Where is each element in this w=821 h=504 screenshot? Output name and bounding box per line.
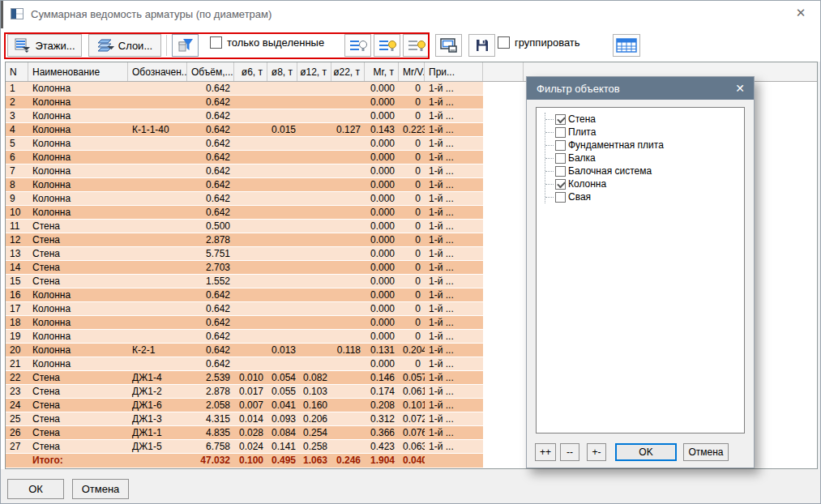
toolbar-separator	[166, 35, 167, 56]
lamp-all-off-button[interactable]	[344, 34, 371, 57]
cell-n: 16	[6, 288, 28, 301]
column-header[interactable]: ø6, т	[234, 62, 267, 81]
cell-volume: 1.552	[187, 275, 234, 288]
filter-item-Плита[interactable]: Плита	[545, 126, 744, 139]
filter-checkbox[interactable]	[555, 140, 566, 151]
cell-d8	[267, 96, 297, 109]
filter-checkbox[interactable]	[555, 114, 566, 125]
cell-d8	[267, 330, 297, 343]
cell-d22	[331, 440, 365, 453]
column-header[interactable]: Объём,...	[187, 62, 234, 81]
cell-blank	[483, 178, 524, 191]
filter-checkbox[interactable]	[555, 127, 566, 138]
filter-item-Стена[interactable]: Стена	[545, 113, 744, 126]
filter-item-label: Балочная система	[568, 165, 652, 177]
cell-name: Колонна	[28, 330, 128, 343]
export-table-button[interactable]	[613, 34, 640, 57]
group-checkbox-row: группировать	[498, 36, 580, 49]
cell-note: 1-й ...	[425, 137, 483, 150]
cell-d6: 0.010	[234, 371, 267, 384]
cell-d22	[331, 412, 365, 425]
cell-note: 1-й ...	[425, 440, 483, 453]
filter-ok-button[interactable]: OK	[615, 443, 677, 461]
column-header[interactable]: N	[6, 62, 28, 81]
column-header[interactable]: ø22, т	[331, 62, 365, 81]
cell-d8	[267, 357, 297, 370]
column-header[interactable]: ø8, т	[267, 62, 297, 81]
cell-mark	[128, 275, 187, 288]
filter-item-Балочная система[interactable]: Балочная система	[545, 164, 744, 177]
column-header[interactable]: Обозначен...	[128, 62, 187, 81]
cell-mr: 0.000	[365, 206, 399, 219]
cell-d22	[331, 233, 365, 246]
cell-name: Колонна	[28, 357, 128, 370]
layers-button[interactable]: Слои...	[88, 34, 161, 57]
cell-volume: 0.642	[187, 206, 234, 219]
column-header[interactable]: Mr/V...	[399, 62, 425, 81]
filter-item-Свая[interactable]: Свая	[545, 190, 744, 203]
cell-mrv: 0	[399, 151, 425, 164]
cell-d12	[297, 344, 331, 357]
invert-check-button[interactable]: +-	[587, 443, 606, 461]
save-icon	[474, 37, 490, 53]
only-selected-checkbox[interactable]	[210, 36, 222, 49]
cell-mrv: 0.101	[399, 399, 425, 412]
cell-blank	[483, 412, 524, 425]
filter-close-icon[interactable]: ✕	[726, 77, 754, 100]
cell-mrv: 0	[399, 357, 425, 370]
cell-d12	[297, 164, 331, 177]
filter-cancel-button[interactable]: Отмена	[683, 443, 729, 461]
cell-n: 11	[6, 220, 28, 233]
cell-d22	[331, 151, 365, 164]
ok-button[interactable]: ОК	[7, 479, 64, 499]
cell-mark	[128, 82, 187, 95]
cell-n: 2	[6, 96, 28, 109]
cell-mrv: 0	[399, 275, 425, 288]
column-header[interactable]: ø12, т	[297, 62, 331, 81]
cell-volume: 2.058	[187, 399, 234, 412]
column-header[interactable]: Mr, т	[365, 62, 399, 81]
close-icon[interactable]: ✕	[786, 1, 815, 25]
cell-name: Колонна	[28, 151, 128, 164]
cell-d8	[267, 220, 297, 233]
uncheck-all-button[interactable]: --	[560, 443, 579, 461]
cell-volume: 0.642	[187, 109, 234, 122]
lamp-selected-on-button[interactable]	[374, 34, 400, 57]
cell-mark	[128, 109, 187, 122]
cell-mr: 0.000	[365, 178, 399, 191]
filter-checkbox[interactable]	[555, 153, 566, 164]
filter-item-Колонна[interactable]: Колонна	[545, 177, 744, 190]
filter-item-Фундаментная плита[interactable]: Фундаментная плита	[545, 139, 744, 152]
cell-mark	[128, 316, 187, 329]
lamp-all-on-button[interactable]	[403, 34, 430, 57]
filter-checkbox[interactable]	[555, 192, 566, 203]
cell-d22	[331, 261, 365, 274]
cancel-button[interactable]: Отмена	[72, 479, 129, 499]
cell-blank	[483, 440, 524, 453]
filter-toggle-button[interactable]	[172, 34, 199, 57]
cell-mark	[128, 357, 187, 370]
column-header[interactable]: Наименование	[28, 62, 128, 81]
group-checkbox[interactable]	[498, 36, 510, 49]
filter-checkbox[interactable]	[555, 166, 566, 177]
cell-d8	[267, 192, 297, 205]
filter-listbox[interactable]: СтенаПлитаФундаментная плитаБалкаБалочна…	[536, 107, 745, 434]
cell-n: 24	[6, 399, 28, 412]
cell-mrv: 0	[399, 316, 425, 329]
save-button[interactable]	[468, 34, 495, 57]
filter-item-Балка[interactable]: Балка	[545, 152, 744, 164]
floors-button[interactable]: Этажи...	[7, 34, 82, 57]
column-header[interactable]: При...	[425, 62, 483, 81]
check-all-button[interactable]: ++	[535, 443, 556, 461]
show-on-model-button[interactable]	[435, 34, 462, 57]
cell-mr: 1.904	[365, 454, 399, 468]
cell-d8: 0.093	[267, 412, 297, 425]
right-margin	[818, 62, 821, 469]
filter-checkbox[interactable]	[555, 179, 566, 190]
cell-d12	[297, 261, 331, 274]
cell-d6	[234, 288, 267, 301]
cell-d8	[267, 261, 297, 274]
cell-mr: 0.174	[365, 385, 399, 398]
cell-d6	[234, 302, 267, 315]
cell-mark: ДЖ1-5	[128, 440, 187, 453]
